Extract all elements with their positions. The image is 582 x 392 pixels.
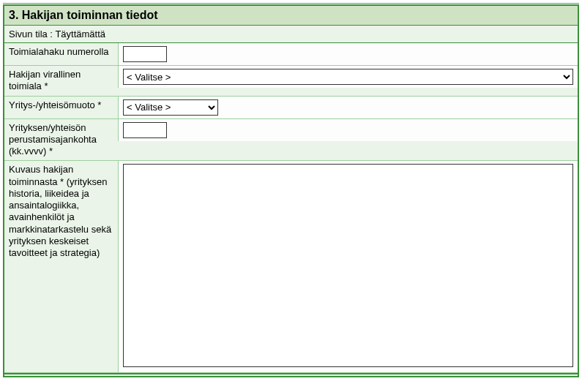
page-status-value: Täyttämättä — [55, 29, 105, 39]
form-panel: 3. Hakijan toiminnan tiedot Sivun tila :… — [3, 4, 579, 377]
top-divider — [3, 3, 579, 4]
label-virallinen-toimiala: Hakijan virallinen toimiala * — [4, 66, 118, 96]
label-yritysmuoto: Yritys-/yhteisömuoto * — [4, 97, 118, 114]
input-perustamisaika[interactable] — [123, 122, 167, 138]
label-toimialahaku: Toimialahaku numerolla — [4, 43, 118, 61]
textarea-kuvaus[interactable] — [123, 164, 573, 367]
select-virallinen-toimiala[interactable]: < Valitse > — [123, 69, 573, 85]
row-perustamisaika: Yrityksen/yhteisön perustamisajankohta (… — [4, 119, 578, 162]
row-kuvaus: Kuvaus hakijan toiminnasta * (yrityksen … — [4, 161, 578, 373]
page-status-row: Sivun tila : Täyttämättä — [4, 26, 578, 43]
label-perustamisaika: Yrityksen/yhteisön perustamisajankohta (… — [4, 119, 118, 161]
row-toimialahaku: Toimialahaku numerolla — [4, 43, 578, 66]
label-kuvaus: Kuvaus hakijan toiminnasta * (yrityksen … — [4, 161, 118, 262]
select-yritysmuoto[interactable]: < Valitse > — [123, 99, 218, 116]
row-virallinen-toimiala: Hakijan virallinen toimiala * < Valitse … — [4, 66, 578, 97]
page-status-label: Sivun tila : — [9, 29, 53, 39]
row-yritysmuoto: Yritys-/yhteisömuoto * < Valitse > — [4, 97, 578, 119]
panel-bottom-border — [4, 373, 578, 376]
input-toimialahaku[interactable] — [123, 46, 167, 62]
section-title: 3. Hakijan toiminnan tiedot — [4, 6, 578, 26]
